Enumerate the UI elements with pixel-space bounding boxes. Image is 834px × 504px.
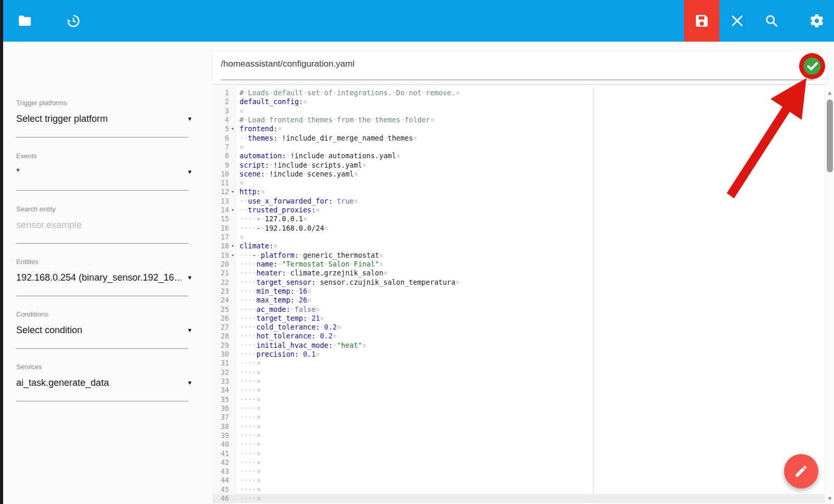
code-line[interactable]: 29····initial_hvac_mode:·"heat"¤ [212, 341, 825, 350]
dropdown-value[interactable]: Select trigger platform [16, 114, 182, 124]
dropdown-value[interactable]: 192.168.0.254 (binary_sensor.192_16… [16, 272, 182, 283]
code-line[interactable]: 31····¤ [212, 359, 825, 368]
token-e: ¤ [257, 467, 261, 475]
token-w: · [303, 89, 307, 97]
code-line[interactable]: 34····¤ [212, 386, 825, 395]
code-line[interactable]: 11¤ [212, 179, 825, 187]
scroll-down-arrow[interactable]: ▼ [825, 495, 834, 501]
token-n: 26 [299, 296, 307, 304]
fold-arrow-icon[interactable]: ▾ [229, 251, 236, 260]
code-line[interactable]: 33····¤ [212, 377, 825, 386]
code-line[interactable]: 10scene:·!include·scenes.yaml¤ [212, 170, 825, 179]
token-k: scene: [239, 170, 265, 178]
code-text: ¤ [236, 143, 244, 152]
dropdown-value[interactable]: Select condition [16, 325, 182, 336]
code-line[interactable]: 8automation:·!include·automations.yaml¤ [212, 152, 825, 160]
token-d: - [257, 224, 261, 232]
dropdown-caret-icon[interactable]: ▼ [187, 380, 193, 386]
token-e: ¤ [315, 206, 320, 214]
code-line[interactable]: 13··use_x_forwarded_for:·true¤ [212, 197, 825, 206]
settings-button[interactable] [804, 8, 829, 33]
token-e: ¤ [257, 368, 261, 376]
line-number: 6 [212, 134, 229, 143]
code-line[interactable]: 16····-·192.168.0.0/24¤ [212, 224, 825, 233]
search-button[interactable] [759, 8, 784, 33]
search-entity-input[interactable]: sensor.example [16, 220, 182, 231]
dropdown-value[interactable]: ai_task.generate_data [16, 377, 182, 388]
code-line[interactable]: 15····-·127.0.0.1¤ [212, 215, 825, 223]
token-w: · [320, 323, 324, 331]
code-line[interactable]: 17¤ [212, 233, 825, 242]
token-e: ¤ [303, 97, 307, 106]
yaml-editor[interactable]: 1#·Loads·default·set·of·integrations.·Do… [212, 87, 825, 504]
fold-gutter-empty [229, 107, 236, 116]
code-line[interactable]: 43····¤ [212, 467, 825, 476]
code-line[interactable]: 37····¤ [212, 413, 825, 422]
fold-arrow-icon[interactable]: ▾ [229, 124, 236, 133]
token-c: # [239, 116, 244, 124]
code-line[interactable]: 44····¤ [212, 476, 825, 485]
dropdown-caret-icon[interactable]: ▼ [187, 116, 193, 122]
dropdown-caret-icon[interactable]: ▼ [187, 327, 193, 333]
line-number: 46 [212, 494, 229, 503]
fold-arrow-icon[interactable]: ▾ [229, 206, 236, 215]
code-line[interactable]: 26····target_temp:·21¤ [212, 314, 825, 323]
editor-scrollbar[interactable]: ▲ ▼ [825, 87, 834, 504]
dropdown-caret-icon[interactable]: ▼ [187, 274, 193, 281]
token-e: ¤ [239, 107, 244, 115]
code-line[interactable]: 20····name:·"Termostat·Salon·Final"¤ [212, 260, 825, 269]
open-folder-button[interactable] [12, 8, 37, 33]
token-n: 21 [311, 314, 320, 322]
code-line[interactable]: 1#·Loads·default·set·of·integrations.·Do… [212, 89, 825, 97]
fold-gutter-empty [229, 485, 236, 494]
code-line[interactable]: 23····min_temp:·16¤ [212, 287, 825, 296]
code-line[interactable]: 9script:·!include·scripts.yaml¤ [212, 161, 825, 170]
code-line[interactable]: 45····¤ [212, 485, 825, 494]
code-text: ¤ [236, 107, 244, 116]
code-line[interactable]: 25····ac_mode:·false¤ [212, 305, 825, 314]
token-w: ···· [239, 359, 257, 367]
code-line[interactable]: 21····heater:·climate.grzejnik_salon¤ [212, 269, 825, 278]
code-line[interactable]: 7¤ [212, 143, 825, 152]
code-line[interactable]: 4#·Load·frontend·themes·from·the·themes·… [212, 116, 825, 124]
code-line[interactable]: 24····max_temp:·26¤ [212, 296, 825, 305]
code-line[interactable]: 41····¤ [212, 449, 825, 458]
code-text: ····¤ [236, 422, 261, 431]
code-line[interactable]: 38····¤ [212, 422, 825, 431]
edit-fab-button[interactable] [784, 454, 818, 488]
fold-gutter-empty [229, 386, 236, 395]
code-line[interactable]: 46····¤ [212, 494, 825, 503]
code-line[interactable]: 2default_config:¤ [212, 97, 825, 106]
code-line[interactable]: 36····¤ [212, 404, 825, 413]
code-line[interactable]: 35····¤ [212, 395, 825, 404]
code-text: ····¤ [236, 377, 261, 386]
fold-gutter-empty [229, 323, 236, 332]
code-line[interactable]: 14▾··trusted_proxies:¤ [212, 206, 825, 215]
fold-arrow-icon[interactable]: ▾ [229, 187, 236, 196]
code-line[interactable]: 30····precision:·0.1¤ [212, 350, 825, 359]
line-number: 37 [212, 413, 229, 422]
code-line[interactable]: 3¤ [212, 107, 825, 116]
scroll-up-arrow[interactable]: ▲ [825, 90, 834, 96]
code-line[interactable]: 40····¤ [212, 440, 825, 449]
fold-arrow-icon[interactable]: ▾ [229, 242, 236, 250]
code-line[interactable]: 27····cold_tolerance:·0.2¤ [212, 323, 825, 332]
code-line[interactable]: 22····target_sensor:·sensor.czujnik_salo… [212, 278, 825, 287]
code-line[interactable]: 18▾climate:¤ [212, 242, 825, 250]
token-w: ···· [239, 386, 257, 394]
line-number: 35 [212, 395, 229, 404]
code-line[interactable]: 12▾http:¤ [212, 187, 825, 196]
scroll-thumb[interactable] [827, 99, 833, 172]
code-line[interactable]: 32····¤ [212, 368, 825, 377]
dropdown-value[interactable]: * [16, 167, 182, 178]
dropdown-caret-icon[interactable]: ▼ [187, 169, 193, 175]
close-button[interactable] [725, 8, 750, 33]
code-line[interactable]: 28····hot_tolerance:·0.2¤ [212, 332, 825, 341]
code-line[interactable]: 39····¤ [212, 431, 825, 440]
save-button[interactable] [684, 0, 719, 42]
history-button[interactable] [61, 8, 86, 33]
code-line[interactable]: 5▾frontend:¤ [212, 124, 825, 133]
code-line[interactable]: 6··themes:·!include_dir_merge_named·them… [212, 134, 825, 143]
code-line[interactable]: 19▾···-·platform:·generic_thermostat¤ [212, 251, 825, 260]
code-line[interactable]: 42····¤ [212, 458, 825, 467]
